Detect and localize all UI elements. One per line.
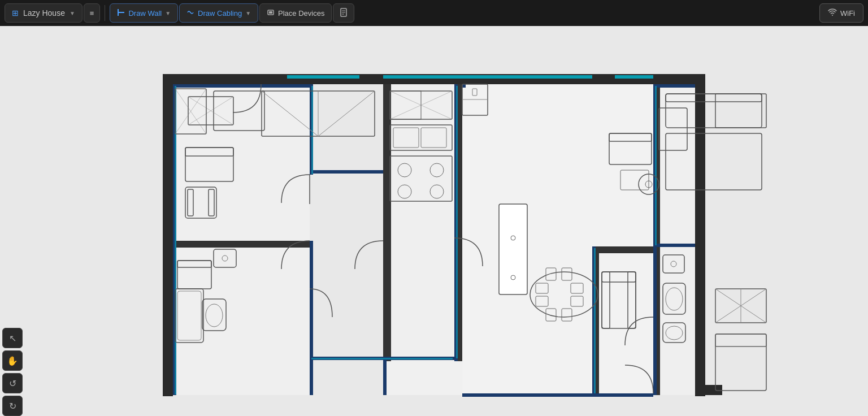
wifi-icon [828, 8, 837, 19]
hand-icon: ✋ [7, 356, 18, 366]
svg-rect-47 [310, 241, 313, 395]
draw-wall-chevron-icon: ▼ [165, 10, 171, 16]
svg-rect-64 [655, 86, 657, 245]
draw-cabling-chevron-icon: ▼ [245, 10, 251, 16]
place-devices-icon [267, 8, 275, 18]
svg-rect-46 [310, 170, 383, 174]
toolbar-right: WiFi [819, 3, 863, 23]
draw-cabling-button[interactable]: Draw Cabling ▼ [179, 3, 258, 23]
place-devices-label: Place Devices [278, 9, 324, 18]
project-title: Lazy House [23, 8, 65, 18]
draw-wall-label: Draw Wall [128, 9, 162, 18]
svg-rect-16 [383, 75, 592, 79]
document-button[interactable] [333, 3, 354, 23]
svg-rect-3 [269, 11, 272, 14]
place-devices-button[interactable]: Place Devices [259, 3, 332, 23]
svg-rect-133 [499, 204, 527, 294]
main-toolbar: ⊞ Lazy House ▼ ≡ Draw Wall ▼ [0, 0, 868, 26]
cursor-tool-button[interactable]: ↖ [2, 328, 23, 348]
menu-button[interactable]: ≡ [84, 3, 101, 23]
svg-rect-58 [653, 244, 695, 247]
svg-rect-55 [653, 246, 657, 395]
draw-wall-button[interactable]: Draw Wall ▼ [110, 3, 178, 23]
svg-rect-30 [173, 248, 310, 395]
svg-rect-36 [653, 74, 695, 84]
svg-rect-18 [163, 74, 287, 84]
floor-plan [67, 34, 801, 408]
project-group: ⊞ Lazy House ▼ ≡ [5, 3, 100, 23]
redo-icon: ↻ [9, 401, 16, 411]
document-icon [339, 8, 348, 19]
svg-rect-54 [592, 393, 653, 397]
svg-rect-60 [311, 86, 313, 174]
svg-rect-1 [118, 9, 119, 16]
undo-icon: ↺ [9, 378, 16, 389]
svg-rect-52 [462, 393, 598, 397]
wifi-label: WiFi [840, 9, 855, 18]
wifi-button[interactable]: WiFi [819, 3, 863, 23]
draw-cabling-icon [186, 8, 194, 18]
redo-button[interactable]: ↻ [2, 396, 23, 416]
hand-tool-button[interactable]: ✋ [2, 350, 23, 371]
svg-rect-62 [456, 86, 458, 358]
left-tools-panel: ↖ ✋ ↺ ↻ [2, 328, 23, 416]
svg-rect-61 [311, 358, 453, 359]
svg-rect-21 [173, 241, 310, 248]
draw-tools-group: Draw Wall ▼ Draw Cabling ▼ Place Devices [110, 3, 354, 23]
svg-rect-56 [653, 84, 695, 88]
svg-rect-125 [383, 361, 387, 395]
project-button[interactable]: ⊞ Lazy House ▼ [5, 3, 83, 23]
draw-wall-icon [117, 8, 125, 18]
divider-1 [105, 5, 105, 21]
svg-rect-32 [383, 84, 462, 361]
svg-rect-29 [173, 84, 310, 241]
draw-cabling-label: Draw Cabling [198, 9, 242, 18]
svg-rect-20 [163, 84, 173, 395]
canvas-area[interactable] [0, 26, 868, 416]
svg-rect-44 [173, 84, 310, 88]
svg-rect-63 [594, 248, 596, 393]
cursor-icon: ↖ [9, 333, 16, 344]
undo-button[interactable]: ↺ [2, 373, 23, 393]
project-chevron-icon: ▼ [70, 10, 75, 16]
menu-icon: ≡ [90, 9, 94, 18]
project-icon: ⊞ [12, 8, 19, 18]
svg-rect-13 [695, 74, 705, 396]
